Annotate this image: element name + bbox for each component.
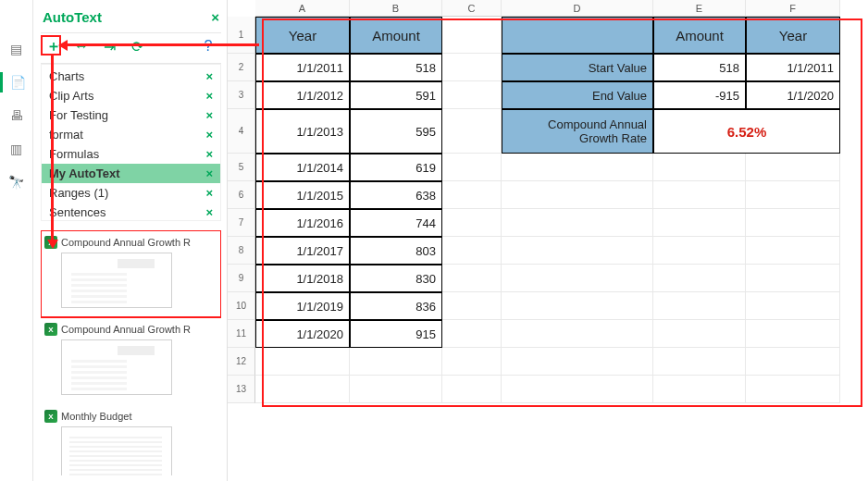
cell[interactable] <box>255 376 350 403</box>
grid-body[interactable]: 1YearAmountAmountYear21/1/2011518Start V… <box>228 17 868 403</box>
autotext-entry[interactable]: XCompound Annual Growth R <box>43 319 219 402</box>
help-button[interactable]: ? <box>199 37 217 56</box>
row-header[interactable]: 8 <box>228 237 255 265</box>
row-header[interactable]: 6 <box>228 181 255 209</box>
next-button[interactable]: ⇥ <box>100 37 118 56</box>
row-header[interactable]: 9 <box>228 265 255 292</box>
cell-amount[interactable]: 591 <box>350 81 442 109</box>
autotext-entry[interactable]: XMonthly Budget <box>43 406 219 475</box>
row-header[interactable]: 12 <box>228 348 255 376</box>
cell-header-year[interactable]: Year <box>746 17 840 54</box>
cell[interactable] <box>746 376 840 403</box>
cell[interactable] <box>350 376 442 403</box>
category-list[interactable]: Charts×Clip Arts×For Testing×format×Form… <box>41 64 221 221</box>
cell-amount[interactable]: 619 <box>350 154 442 181</box>
col-header[interactable]: B <box>350 0 442 17</box>
expand-button[interactable]: ↔ <box>72 37 91 56</box>
cell[interactable] <box>442 348 502 376</box>
cell[interactable] <box>653 320 746 348</box>
cell[interactable] <box>502 181 653 209</box>
category-item[interactable]: Charts× <box>42 67 220 86</box>
cell-start-label[interactable]: Start Value <box>502 54 653 81</box>
cell[interactable] <box>746 265 840 292</box>
category-item[interactable]: My AutoText× <box>42 164 220 183</box>
cell-end-amount[interactable]: -915 <box>653 81 746 109</box>
row-header[interactable]: 7 <box>228 209 255 237</box>
col-header[interactable]: D <box>502 0 653 17</box>
category-delete-icon[interactable]: × <box>205 147 213 161</box>
category-item[interactable]: format× <box>42 125 220 144</box>
cell[interactable] <box>502 376 653 403</box>
cell[interactable] <box>502 292 653 320</box>
cell[interactable] <box>502 265 653 292</box>
cell[interactable] <box>653 292 746 320</box>
cell[interactable] <box>746 292 840 320</box>
category-delete-icon[interactable]: × <box>205 128 213 142</box>
cell-year[interactable]: 1/1/2015 <box>255 181 350 209</box>
cell[interactable] <box>653 209 746 237</box>
cell-year[interactable]: 1/1/2019 <box>255 292 350 320</box>
row-header[interactable]: 10 <box>228 292 255 320</box>
cell[interactable] <box>442 81 502 109</box>
category-item[interactable]: For Testing× <box>42 105 220 125</box>
cell-start-year[interactable]: 1/1/2011 <box>746 54 840 81</box>
cell[interactable] <box>653 181 746 209</box>
cell[interactable] <box>746 181 840 209</box>
cell[interactable] <box>255 348 350 376</box>
row-header[interactable]: 11 <box>228 320 255 348</box>
cell-start-amount[interactable]: 518 <box>653 54 746 81</box>
cell-end-year[interactable]: 1/1/2020 <box>746 81 840 109</box>
row-header[interactable]: 2 <box>228 54 255 81</box>
cell-amount[interactable]: 518 <box>350 54 442 81</box>
cell[interactable] <box>502 237 653 265</box>
cell-header-blank[interactable] <box>502 17 653 54</box>
cell-year[interactable]: 1/1/2013 <box>255 109 350 154</box>
entries-list[interactable]: XCompound Annual Growth RXCompound Annua… <box>41 230 221 475</box>
cell-header-amount[interactable]: Amount <box>350 17 442 54</box>
columns-icon[interactable]: ▥ <box>6 139 27 159</box>
cell[interactable] <box>442 209 502 237</box>
cell[interactable] <box>653 154 746 181</box>
cell[interactable] <box>442 292 502 320</box>
col-header[interactable]: F <box>746 0 840 17</box>
row-header[interactable]: 4 <box>228 109 255 154</box>
cell[interactable] <box>746 348 840 376</box>
cell[interactable] <box>502 154 653 181</box>
category-item[interactable]: Sentences× <box>42 203 220 221</box>
row-header[interactable]: 13 <box>228 376 255 403</box>
cell-cagr-label[interactable]: Compound Annual Growth Rate <box>502 109 653 154</box>
cell[interactable] <box>442 320 502 348</box>
row-header[interactable]: 5 <box>228 154 255 181</box>
cell[interactable] <box>442 17 502 54</box>
row-header[interactable]: 1 <box>228 17 255 54</box>
cell-year[interactable]: 1/1/2012 <box>255 81 350 109</box>
cell-year[interactable]: 1/1/2020 <box>255 320 350 348</box>
cell-year[interactable]: 1/1/2011 <box>255 54 350 81</box>
cell-header-amount[interactable]: Amount <box>653 17 746 54</box>
cell[interactable] <box>442 265 502 292</box>
nav-icon[interactable]: ▤ <box>6 39 27 59</box>
cell[interactable] <box>442 181 502 209</box>
col-header[interactable]: A <box>255 0 350 17</box>
autotext-icon[interactable]: 📄 <box>0 72 33 92</box>
cell[interactable] <box>442 237 502 265</box>
cell[interactable] <box>442 154 502 181</box>
cell-cagr-value[interactable]: 6.52% <box>653 109 840 154</box>
category-delete-icon[interactable]: × <box>205 89 213 103</box>
cell[interactable] <box>653 348 746 376</box>
panel-close-icon[interactable]: × <box>211 9 219 25</box>
cell-amount[interactable]: 595 <box>350 109 442 154</box>
category-delete-icon[interactable]: × <box>205 186 213 200</box>
cell[interactable] <box>746 320 840 348</box>
cell[interactable] <box>746 209 840 237</box>
autotext-entry[interactable]: XCompound Annual Growth R <box>43 232 219 315</box>
col-header[interactable]: C <box>442 0 502 17</box>
cell[interactable] <box>442 109 502 154</box>
cell[interactable] <box>502 209 653 237</box>
cell[interactable] <box>350 348 442 376</box>
cell[interactable] <box>746 154 840 181</box>
cell-header-year[interactable]: Year <box>255 17 350 54</box>
cell-year[interactable]: 1/1/2018 <box>255 265 350 292</box>
category-delete-icon[interactable]: × <box>205 69 213 83</box>
cell-amount[interactable]: 830 <box>350 265 442 292</box>
